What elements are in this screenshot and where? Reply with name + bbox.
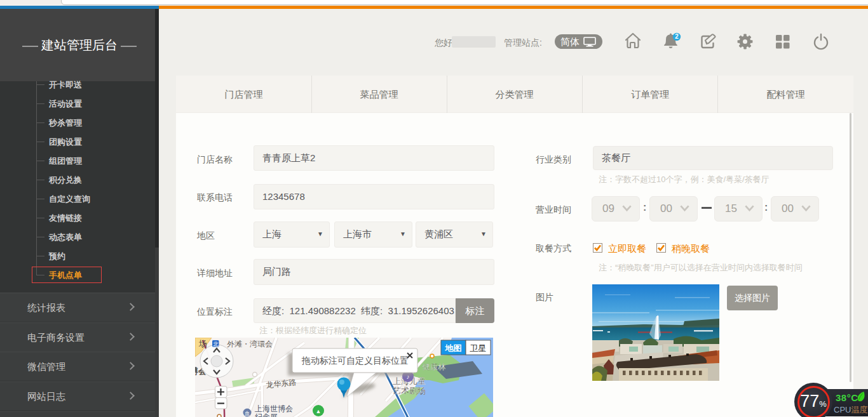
svg-text:健康林: 健康林: [422, 362, 446, 371]
svg-text:2: 2: [675, 33, 679, 40]
svg-text:卫星: 卫星: [470, 343, 487, 353]
svg-text:上海世博会: 上海世博会: [255, 404, 293, 413]
svg-text:▲: ▲: [316, 408, 322, 414]
svg-text:地图: 地图: [445, 343, 462, 353]
svg-text:艺术剧场: 艺术剧场: [393, 386, 426, 395]
svg-text:纪念展: 纪念展: [255, 413, 278, 417]
svg-text:血: 血: [245, 411, 250, 416]
svg-text:北: 北: [213, 341, 219, 347]
svg-text:场: 场: [198, 339, 207, 348]
svg-text:拖动标注可自定义目标位置: 拖动标注可自定义目标位置: [301, 355, 409, 366]
svg-text:外滩・湾環会: 外滩・湾環会: [227, 340, 273, 348]
